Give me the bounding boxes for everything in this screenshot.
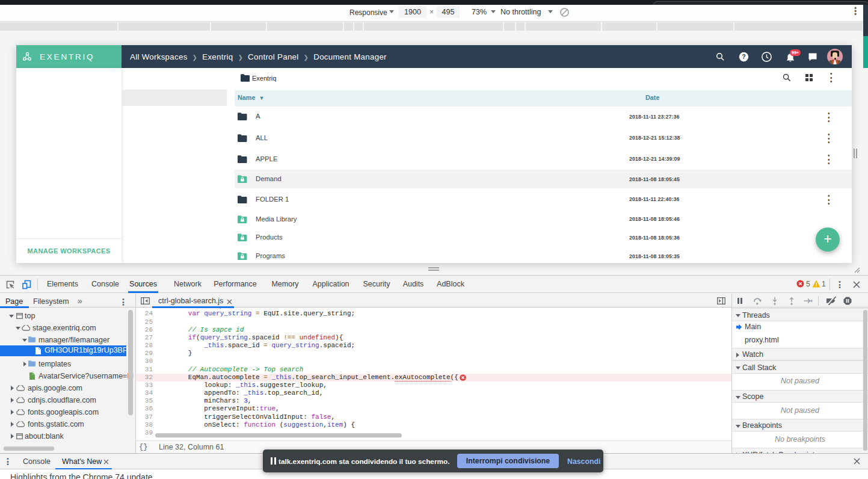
svg-text:?: ?	[742, 53, 745, 60]
